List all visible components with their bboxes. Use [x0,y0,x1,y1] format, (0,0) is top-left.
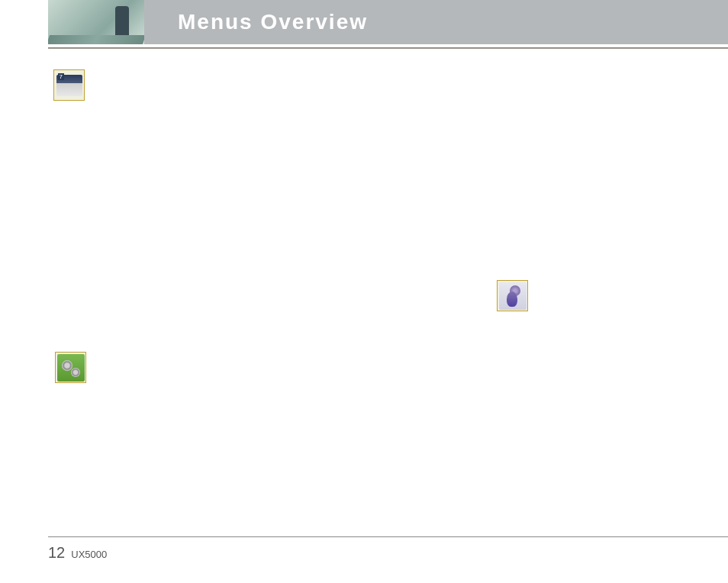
footer: 12 UX5000 [48,544,107,562]
gears-icon [55,352,86,383]
header-divider [48,47,728,49]
model-label: UX5000 [71,549,107,560]
header-photo [48,0,144,44]
header-band: Menus Overview [48,0,728,44]
briefcase-icon [53,69,85,101]
page-number: 12 [48,544,65,562]
mouse-icon [497,280,528,311]
footer-divider [48,536,728,537]
page-title: Menus Overview [178,10,368,34]
